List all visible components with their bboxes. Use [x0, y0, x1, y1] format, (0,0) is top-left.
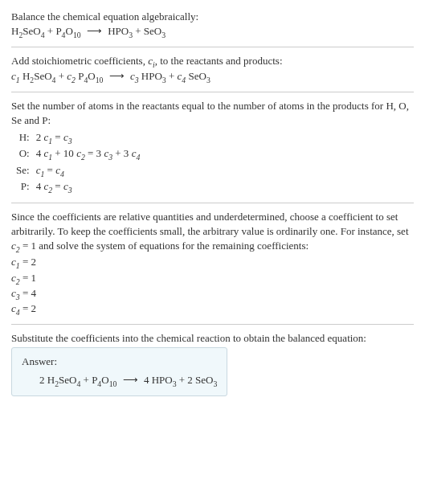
table-row: H: 2 c1 = c3 — [13, 129, 143, 145]
stoich-equation: c1 H2SeO4 + c2 P4O10 ⟶ c3 HPO3 + c4 SeO3 — [11, 69, 414, 84]
answer-box: Answer: 2 H2SeO4 + P4O10 ⟶ 4 HPO3 + 2 Se… — [11, 347, 227, 395]
coeff-line: c1 = 2 — [11, 255, 414, 269]
table-row: Se: c1 = c4 — [13, 162, 143, 178]
atom-equation: c1 = c4 — [33, 162, 144, 178]
element-label: P: — [13, 178, 33, 195]
coeff-line: c2 = 1 — [11, 271, 414, 285]
answer-label: Answer: — [22, 354, 217, 369]
intro-text: Balance the chemical equation algebraica… — [11, 10, 414, 24]
intro-block: Balance the chemical equation algebraica… — [11, 10, 414, 39]
coeff-symbol: ci — [148, 55, 155, 67]
choose-text: Since the coefficients are relative quan… — [11, 210, 414, 254]
table-row: O: 4 c1 + 10 c2 = 3 c3 + 3 c4 — [13, 145, 143, 162]
substitute-block: Substitute the coefficients into the che… — [11, 331, 414, 396]
atoms-block: Set the number of atoms in the reactants… — [11, 99, 414, 195]
table-row: P: 4 c2 = c3 — [13, 178, 143, 195]
atom-equation: 4 c1 + 10 c2 = 3 c3 + 3 c4 — [33, 145, 144, 162]
coeff-line: c3 = 4 — [11, 286, 414, 301]
choose-block: Since the coefficients are relative quan… — [11, 210, 414, 316]
divider — [11, 203, 414, 203]
divider — [11, 92, 414, 92]
intro-equation: H2SeO4 + P4O10 ⟶ HPO3 + SeO3 — [11, 24, 414, 39]
balanced-equation: 2 H2SeO4 + P4O10 ⟶ 4 HPO3 + 2 SeO3 — [22, 373, 217, 387]
species: P4O10 — [55, 25, 80, 37]
element-label: O: — [13, 145, 33, 162]
stoich-block: Add stoichiometric coefficients, ci, to … — [11, 54, 414, 83]
element-label: H: — [13, 129, 33, 145]
divider — [11, 47, 414, 47]
atom-equation: 2 c1 = c3 — [33, 129, 144, 145]
coeff-line: c4 = 2 — [11, 301, 414, 316]
element-label: Se: — [13, 162, 33, 178]
species: SeO3 — [144, 25, 166, 37]
species: H2SeO4 — [11, 25, 45, 37]
coefficient-solutions: c1 = 2 c2 = 1 c3 = 4 c4 = 2 — [11, 255, 414, 316]
divider — [11, 324, 414, 325]
atom-equations-table: H: 2 c1 = c3 O: 4 c1 + 10 c2 = 3 c3 + 3 … — [13, 129, 143, 195]
reaction-arrow: ⟶ — [84, 25, 105, 37]
species: HPO3 — [108, 25, 133, 37]
reaction-arrow: ⟶ — [120, 374, 141, 386]
stoich-text: Add stoichiometric coefficients, ci, to … — [11, 54, 414, 68]
substitute-text: Substitute the coefficients into the che… — [11, 331, 414, 346]
atom-equation: 4 c2 = c3 — [33, 178, 144, 195]
atoms-intro: Set the number of atoms in the reactants… — [11, 99, 414, 128]
reaction-arrow: ⟶ — [106, 70, 128, 82]
